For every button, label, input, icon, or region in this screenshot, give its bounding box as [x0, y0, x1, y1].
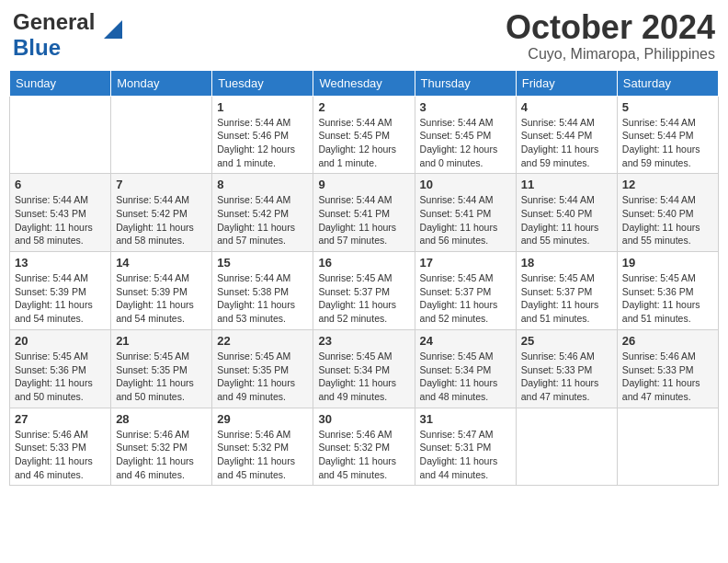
day-info: Sunrise: 5:46 AMSunset: 5:33 PMDaylight:…: [521, 350, 612, 404]
calendar-cell: 25Sunrise: 5:46 AMSunset: 5:33 PMDayligh…: [516, 329, 617, 408]
day-info: Sunrise: 5:44 AMSunset: 5:42 PMDaylight:…: [217, 193, 308, 247]
calendar-cell: 15Sunrise: 5:44 AMSunset: 5:38 PMDayligh…: [212, 252, 313, 330]
day-info: Sunrise: 5:44 AMSunset: 5:41 PMDaylight:…: [318, 193, 409, 247]
location: Cuyo, Mimaropa, Philippines: [506, 46, 715, 63]
calendar-cell: 30Sunrise: 5:46 AMSunset: 5:32 PMDayligh…: [313, 408, 415, 486]
day-info: Sunrise: 5:46 AMSunset: 5:32 PMDaylight:…: [116, 428, 207, 482]
day-number: 8: [217, 178, 308, 191]
calendar-cell: 5Sunrise: 5:44 AMSunset: 5:44 PMDaylight…: [617, 96, 718, 174]
calendar-cell: 10Sunrise: 5:44 AMSunset: 5:41 PMDayligh…: [415, 174, 516, 252]
day-info: Sunrise: 5:45 AMSunset: 5:37 PMDaylight:…: [318, 271, 409, 326]
day-info: Sunrise: 5:44 AMSunset: 5:46 PMDaylight:…: [217, 116, 308, 170]
day-number: 27: [15, 412, 106, 426]
day-number: 29: [217, 412, 308, 426]
day-info: Sunrise: 5:44 AMSunset: 5:43 PMDaylight:…: [15, 193, 106, 247]
day-number: 19: [622, 256, 713, 270]
logo-text: General Blue: [13, 9, 95, 61]
calendar-cell: 31Sunrise: 5:47 AMSunset: 5:31 PMDayligh…: [415, 408, 516, 486]
day-info: Sunrise: 5:45 AMSunset: 5:37 PMDaylight:…: [420, 271, 511, 326]
calendar-header-row: SundayMondayTuesdayWednesdayThursdayFrid…: [10, 70, 719, 96]
day-number: 23: [318, 334, 409, 348]
calendar-table: SundayMondayTuesdayWednesdayThursdayFrid…: [9, 70, 719, 487]
day-number: 12: [622, 178, 713, 191]
calendar-cell: 29Sunrise: 5:46 AMSunset: 5:32 PMDayligh…: [212, 408, 313, 486]
calendar-cell: 8Sunrise: 5:44 AMSunset: 5:42 PMDaylight…: [212, 174, 313, 252]
calendar-cell: [617, 408, 718, 486]
day-number: 17: [420, 256, 511, 270]
day-info: Sunrise: 5:44 AMSunset: 5:45 PMDaylight:…: [420, 116, 511, 170]
day-info: Sunrise: 5:45 AMSunset: 5:36 PMDaylight:…: [15, 350, 106, 404]
day-number: 10: [420, 178, 511, 191]
day-of-week-header: Saturday: [617, 70, 718, 96]
day-number: 15: [217, 256, 308, 270]
calendar-cell: 23Sunrise: 5:45 AMSunset: 5:34 PMDayligh…: [313, 329, 415, 408]
calendar-cell: 26Sunrise: 5:46 AMSunset: 5:33 PMDayligh…: [617, 329, 718, 408]
calendar-cell: 16Sunrise: 5:45 AMSunset: 5:37 PMDayligh…: [313, 252, 415, 330]
day-number: 4: [521, 100, 612, 114]
calendar-cell: 27Sunrise: 5:46 AMSunset: 5:33 PMDayligh…: [10, 408, 111, 486]
day-of-week-header: Thursday: [415, 70, 516, 96]
svg-marker-0: [104, 20, 122, 39]
calendar-week-row: 20Sunrise: 5:45 AMSunset: 5:36 PMDayligh…: [10, 329, 719, 408]
day-number: 3: [420, 100, 511, 114]
calendar-cell: 9Sunrise: 5:44 AMSunset: 5:41 PMDaylight…: [313, 174, 415, 252]
logo: General Blue: [13, 9, 126, 61]
calendar-cell: 14Sunrise: 5:44 AMSunset: 5:39 PMDayligh…: [111, 252, 212, 330]
day-info: Sunrise: 5:44 AMSunset: 5:44 PMDaylight:…: [622, 116, 713, 170]
calendar-cell: [10, 96, 111, 174]
day-number: 9: [318, 178, 409, 191]
day-info: Sunrise: 5:44 AMSunset: 5:42 PMDaylight:…: [116, 193, 207, 247]
calendar-cell: 24Sunrise: 5:45 AMSunset: 5:34 PMDayligh…: [415, 329, 516, 408]
calendar-cell: 20Sunrise: 5:45 AMSunset: 5:36 PMDayligh…: [10, 329, 111, 408]
calendar-week-row: 13Sunrise: 5:44 AMSunset: 5:39 PMDayligh…: [10, 252, 719, 330]
day-info: Sunrise: 5:45 AMSunset: 5:35 PMDaylight:…: [217, 350, 308, 404]
day-number: 18: [521, 256, 612, 270]
day-number: 13: [15, 256, 106, 270]
month-title: October 2024: [506, 9, 715, 46]
day-of-week-header: Tuesday: [212, 70, 313, 96]
day-number: 24: [420, 334, 511, 348]
calendar-cell: 4Sunrise: 5:44 AMSunset: 5:44 PMDaylight…: [516, 96, 617, 174]
day-info: Sunrise: 5:46 AMSunset: 5:33 PMDaylight:…: [15, 428, 106, 482]
calendar-cell: 11Sunrise: 5:44 AMSunset: 5:40 PMDayligh…: [516, 174, 617, 252]
calendar-cell: 13Sunrise: 5:44 AMSunset: 5:39 PMDayligh…: [10, 252, 111, 330]
day-number: 20: [15, 334, 106, 348]
day-info: Sunrise: 5:45 AMSunset: 5:37 PMDaylight:…: [521, 271, 612, 326]
day-number: 25: [521, 334, 612, 348]
day-number: 11: [521, 178, 612, 191]
day-info: Sunrise: 5:44 AMSunset: 5:39 PMDaylight:…: [15, 271, 106, 326]
day-info: Sunrise: 5:45 AMSunset: 5:34 PMDaylight:…: [318, 350, 409, 404]
calendar-cell: 12Sunrise: 5:44 AMSunset: 5:40 PMDayligh…: [617, 174, 718, 252]
day-number: 30: [318, 412, 409, 426]
logo-icon: [100, 17, 126, 46]
calendar-cell: 17Sunrise: 5:45 AMSunset: 5:37 PMDayligh…: [415, 252, 516, 330]
calendar-cell: [111, 96, 212, 174]
day-info: Sunrise: 5:46 AMSunset: 5:33 PMDaylight:…: [622, 350, 713, 404]
day-number: 21: [116, 334, 207, 348]
day-info: Sunrise: 5:46 AMSunset: 5:32 PMDaylight:…: [217, 428, 308, 482]
calendar-cell: 2Sunrise: 5:44 AMSunset: 5:45 PMDaylight…: [313, 96, 415, 174]
day-info: Sunrise: 5:47 AMSunset: 5:31 PMDaylight:…: [420, 428, 511, 482]
day-number: 28: [116, 412, 207, 426]
day-info: Sunrise: 5:45 AMSunset: 5:36 PMDaylight:…: [622, 271, 713, 326]
day-info: Sunrise: 5:44 AMSunset: 5:44 PMDaylight:…: [521, 116, 612, 170]
day-info: Sunrise: 5:44 AMSunset: 5:45 PMDaylight:…: [318, 116, 409, 170]
calendar-cell: 22Sunrise: 5:45 AMSunset: 5:35 PMDayligh…: [212, 329, 313, 408]
calendar-cell: 7Sunrise: 5:44 AMSunset: 5:42 PMDaylight…: [111, 174, 212, 252]
day-number: 26: [622, 334, 713, 348]
day-info: Sunrise: 5:44 AMSunset: 5:40 PMDaylight:…: [521, 193, 612, 247]
day-number: 7: [116, 178, 207, 191]
calendar-cell: 28Sunrise: 5:46 AMSunset: 5:32 PMDayligh…: [111, 408, 212, 486]
calendar-week-row: 27Sunrise: 5:46 AMSunset: 5:33 PMDayligh…: [10, 408, 719, 486]
day-of-week-header: Monday: [111, 70, 212, 96]
title-section: October 2024 Cuyo, Mimaropa, Philippines: [506, 9, 715, 63]
calendar-week-row: 1Sunrise: 5:44 AMSunset: 5:46 PMDaylight…: [10, 96, 719, 174]
calendar-week-row: 6Sunrise: 5:44 AMSunset: 5:43 PMDaylight…: [10, 174, 719, 252]
day-info: Sunrise: 5:44 AMSunset: 5:40 PMDaylight:…: [622, 193, 713, 247]
day-number: 5: [622, 100, 713, 114]
day-number: 22: [217, 334, 308, 348]
day-info: Sunrise: 5:46 AMSunset: 5:32 PMDaylight:…: [318, 428, 409, 482]
day-number: 2: [318, 100, 409, 114]
calendar-cell: 1Sunrise: 5:44 AMSunset: 5:46 PMDaylight…: [212, 96, 313, 174]
day-info: Sunrise: 5:44 AMSunset: 5:38 PMDaylight:…: [217, 271, 308, 326]
